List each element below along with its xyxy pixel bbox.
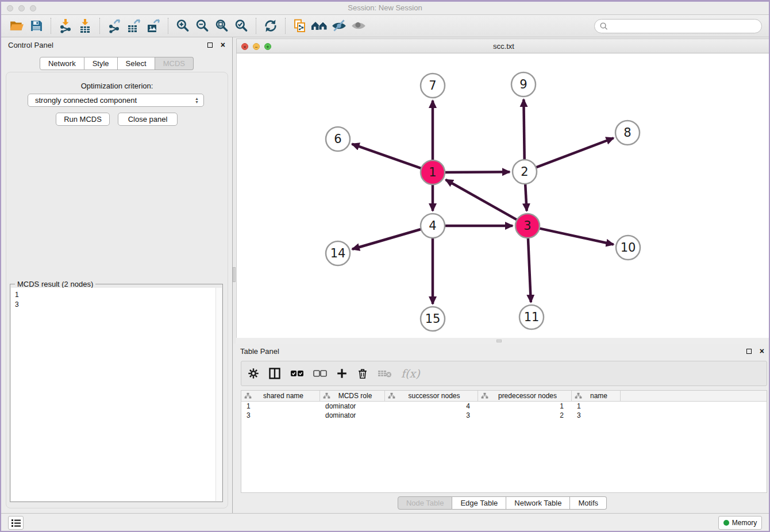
first-neighbors-button[interactable] [310,17,329,34]
table-row[interactable]: 3dominator323 [241,411,767,420]
horizontal-splitter-handle[interactable] [496,340,502,342]
table-cell[interactable]: 3 [241,411,320,420]
graph-edge-3-11[interactable] [528,236,531,302]
tab-edge-table[interactable]: Edge Table [452,496,506,510]
export-image-button[interactable] [144,17,163,34]
graph-node-2[interactable]: 2 [513,160,537,184]
table-cell[interactable]: 1 [572,402,621,411]
table-panel-header: Table Panel × [233,344,770,358]
graph-node-3[interactable]: 3 [515,214,540,238]
save-icon [29,19,43,33]
table-cell[interactable]: dominator [320,411,385,420]
close-panel-button[interactable]: Close panel [118,113,178,126]
zoom-in-icon [175,18,190,33]
graph-node-15[interactable]: 15 [421,307,445,331]
table-cell[interactable]: 2 [478,411,572,420]
tab-mcds[interactable]: MCDS [155,57,194,70]
float-panel-icon[interactable] [207,43,213,48]
save-session-button[interactable] [26,17,46,34]
export-network-button[interactable] [105,17,124,34]
horizontal-splitter[interactable] [236,338,770,344]
float-panel-icon[interactable] [746,349,752,354]
graph-node-8[interactable]: 8 [615,121,640,145]
table-cell[interactable]: 1 [478,402,572,411]
run-mcds-button[interactable]: Run MCDS [56,113,110,126]
new-network-from-selection-button[interactable] [290,17,310,34]
show-log-button[interactable] [8,516,24,530]
column-header-name[interactable]: name [572,391,621,401]
network-close-button[interactable]: × [241,43,248,50]
network-canvas[interactable]: 7968124314101511 [236,53,770,338]
column-header-MCDS-role[interactable]: MCDS role [320,391,385,401]
tab-network[interactable]: Network [40,57,84,70]
graph-node-10[interactable]: 10 [616,236,640,260]
graph-node-4[interactable]: 4 [421,214,445,238]
column-header-predecessor-nodes[interactable]: predecessor nodes [478,391,572,401]
graph-node-6[interactable]: 6 [326,127,350,151]
function-builder-button[interactable]: f(x) [401,367,420,380]
apply-layout-button[interactable] [261,17,280,34]
column-header-shared-name[interactable]: shared name [241,391,320,401]
show-columns-button[interactable] [268,367,282,380]
zoom-out-button[interactable] [192,17,212,34]
close-panel-icon[interactable]: × [221,43,225,48]
zoom-selected-icon [234,18,249,33]
search-input[interactable] [594,19,762,33]
graph-edge-1-2[interactable] [442,172,510,172]
open-session-button[interactable] [7,17,26,34]
criterion-dropdown[interactable]: strongly connected component ▲▼ [28,94,204,107]
window-minimize-button[interactable] [18,5,25,11]
hide-selected-button[interactable] [329,17,349,34]
graph-node-7[interactable]: 7 [421,74,445,98]
graph-node-14[interactable]: 14 [326,241,350,265]
tab-network-table[interactable]: Network Table [506,496,570,510]
window-zoom-button[interactable] [30,5,36,11]
import-network-button[interactable] [56,17,75,34]
graph-node-11[interactable]: 11 [519,305,544,329]
double-home-icon [311,18,328,33]
table-cell[interactable]: 3 [385,411,478,420]
table-cell[interactable]: 1 [241,402,320,411]
zoom-fit-button[interactable] [212,17,232,34]
memory-button[interactable]: Memory [718,516,762,530]
tab-style[interactable]: Style [84,57,118,70]
control-panel-title: Control Panel [8,41,207,49]
graph-edge-1-6[interactable] [352,144,424,169]
table-cell[interactable]: 4 [385,402,478,411]
window-close-button[interactable] [7,5,13,11]
graph-edge-2-3[interactable] [525,182,527,211]
create-column-button[interactable] [336,367,348,380]
import-table-button[interactable] [75,17,95,34]
delete-table-button[interactable] [377,368,393,379]
zoom-selected-button[interactable] [232,17,251,34]
graph-edge-3-1[interactable] [446,180,519,221]
graph-edge-2-8[interactable] [534,138,614,168]
mcds-result-area[interactable]: 1 3 [11,288,222,501]
dropdown-stepper-icon: ▲▼ [195,97,199,104]
tab-motifs[interactable]: Motifs [570,496,607,510]
zoom-in-button[interactable] [173,17,192,34]
toolbar-separator [99,18,100,34]
graph-node-1[interactable]: 1 [421,160,445,184]
graph-node-9[interactable]: 9 [511,72,536,97]
table-row[interactable]: 1dominator411 [241,402,767,411]
result-scrollbar[interactable] [215,288,222,501]
table-settings-button[interactable] [247,367,260,380]
deselect-all-rows-button[interactable] [313,367,328,380]
tab-select[interactable]: Select [118,57,155,70]
graph-edge-3-10[interactable] [537,228,614,245]
graph-edge-2-9[interactable] [523,99,524,162]
column-header-successor-nodes[interactable]: successor nodes [385,391,478,401]
delete-column-button[interactable] [356,367,369,380]
table-cell[interactable]: 3 [572,411,621,420]
show-hidden-button[interactable] [349,17,368,34]
table-cell[interactable]: dominator [320,402,385,411]
network-maximize-button[interactable]: + [264,43,271,50]
export-table-button[interactable] [124,17,144,34]
close-panel-icon[interactable]: × [760,349,764,354]
tab-node-table[interactable]: Node Table [398,496,453,510]
svg-text:4: 4 [429,219,436,233]
select-all-rows-button[interactable] [290,367,305,380]
graph-edge-4-14[interactable] [352,229,424,249]
network-minimize-button[interactable]: − [253,43,260,50]
